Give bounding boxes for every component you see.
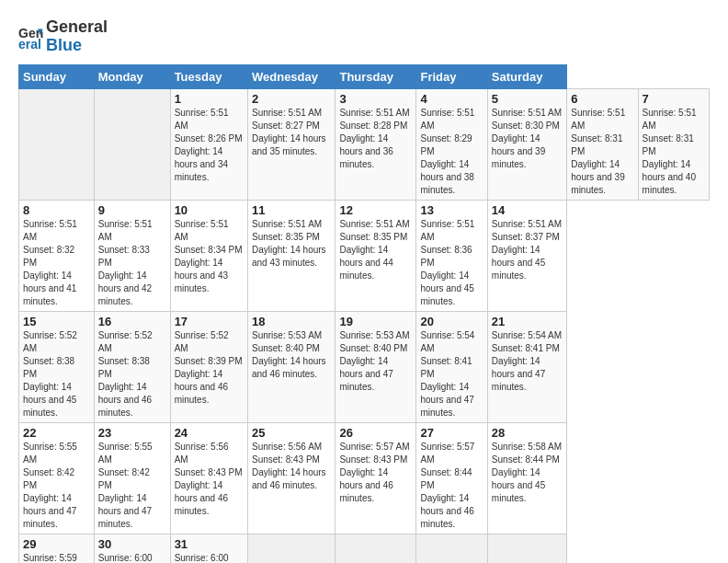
day-cell: 28Sunrise: 5:58 AMSunset: 8:44 PMDayligh…: [487, 422, 566, 534]
day-cell: 17Sunrise: 5:52 AMSunset: 8:39 PMDayligh…: [170, 311, 247, 422]
day-cell: 25Sunrise: 5:56 AMSunset: 8:43 PMDayligh…: [247, 422, 335, 534]
day-number: 16: [98, 315, 166, 328]
day-number: 1: [175, 92, 244, 106]
day-info: Sunrise: 5:51 AMSunset: 8:35 PMDaylight:…: [339, 218, 412, 282]
day-number: 24: [175, 426, 244, 440]
empty-day-cell: [247, 534, 335, 563]
day-cell: 26Sunrise: 5:57 AMSunset: 8:43 PMDayligh…: [336, 422, 416, 534]
day-number: 14: [492, 203, 563, 217]
day-info: Sunrise: 5:57 AMSunset: 8:43 PMDaylight:…: [339, 441, 412, 505]
day-number: 18: [252, 315, 331, 328]
day-cell: 7Sunrise: 5:51 AMSunset: 8:31 PMDaylight…: [638, 88, 709, 200]
day-number: 23: [98, 426, 166, 440]
day-info: Sunrise: 5:52 AMSunset: 8:38 PMDaylight:…: [98, 329, 166, 419]
day-info: Sunrise: 5:54 AMSunset: 8:41 PMDaylight:…: [420, 329, 483, 419]
day-info: Sunrise: 5:51 AMSunset: 8:36 PMDaylight:…: [420, 218, 483, 308]
day-number: 17: [175, 315, 244, 328]
day-header-monday: Monday: [94, 64, 170, 88]
day-number: 25: [252, 426, 331, 440]
day-number: 8: [23, 203, 90, 217]
day-cell: 10Sunrise: 5:51 AMSunset: 8:34 PMDayligh…: [170, 200, 247, 311]
svg-text:eral: eral: [18, 36, 41, 49]
day-info: Sunrise: 5:51 AMSunset: 8:26 PMDaylight:…: [175, 107, 244, 184]
day-cell: 4Sunrise: 5:51 AMSunset: 8:29 PMDaylight…: [416, 88, 487, 200]
day-header-tuesday: Tuesday: [170, 64, 247, 88]
day-info: Sunrise: 5:51 AMSunset: 8:33 PMDaylight:…: [98, 218, 166, 308]
day-header-thursday: Thursday: [336, 64, 416, 88]
day-info: Sunrise: 5:51 AMSunset: 8:35 PMDaylight:…: [252, 218, 331, 270]
day-cell: 16Sunrise: 5:52 AMSunset: 8:38 PMDayligh…: [94, 311, 170, 422]
day-number: 4: [420, 92, 483, 106]
day-number: 21: [492, 315, 563, 328]
day-cell: 14Sunrise: 5:51 AMSunset: 8:37 PMDayligh…: [487, 200, 566, 311]
day-info: Sunrise: 5:56 AMSunset: 8:43 PMDaylight:…: [175, 441, 244, 518]
day-cell: 5Sunrise: 5:51 AMSunset: 8:30 PMDaylight…: [487, 88, 566, 200]
day-number: 22: [23, 426, 90, 440]
day-cell: 15Sunrise: 5:52 AMSunset: 8:38 PMDayligh…: [19, 311, 95, 422]
day-info: Sunrise: 5:51 AMSunset: 8:31 PMDaylight:…: [571, 107, 633, 197]
day-number: 10: [175, 203, 244, 217]
day-info: Sunrise: 5:54 AMSunset: 8:41 PMDaylight:…: [492, 329, 563, 394]
calendar-week-row: 15Sunrise: 5:52 AMSunset: 8:38 PMDayligh…: [19, 311, 710, 422]
day-cell: 27Sunrise: 5:57 AMSunset: 8:44 PMDayligh…: [416, 422, 487, 534]
day-number: 26: [339, 426, 412, 440]
header: Gen eral General Blue: [18, 15, 710, 55]
day-info: Sunrise: 5:52 AMSunset: 8:39 PMDaylight:…: [175, 329, 244, 407]
day-info: Sunrise: 5:51 AMSunset: 8:31 PMDaylight:…: [643, 107, 705, 197]
calendar-header-row: SundayMondayTuesdayWednesdayThursdayFrid…: [19, 64, 710, 88]
day-info: Sunrise: 5:51 AMSunset: 8:28 PMDaylight:…: [339, 107, 412, 171]
day-number: 6: [571, 92, 633, 106]
day-cell: 11Sunrise: 5:51 AMSunset: 8:35 PMDayligh…: [247, 200, 335, 311]
day-info: Sunrise: 5:51 AMSunset: 8:29 PMDaylight:…: [420, 107, 483, 197]
day-info: Sunrise: 5:56 AMSunset: 8:43 PMDaylight:…: [252, 441, 331, 492]
day-number: 15: [23, 315, 90, 328]
calendar-week-row: 22Sunrise: 5:55 AMSunset: 8:42 PMDayligh…: [19, 422, 710, 534]
day-number: 2: [252, 92, 331, 106]
day-cell: 23Sunrise: 5:55 AMSunset: 8:42 PMDayligh…: [94, 422, 170, 534]
day-info: Sunrise: 6:00 AMSunset: 8:45 PMDaylight:…: [175, 552, 244, 563]
day-header-wednesday: Wednesday: [247, 64, 335, 88]
day-cell: 29Sunrise: 5:59 AMSunset: 8:44 PMDayligh…: [19, 534, 95, 563]
day-number: 11: [252, 203, 331, 217]
day-info: Sunrise: 5:51 AMSunset: 8:27 PMDaylight:…: [252, 107, 331, 158]
day-cell: 6Sunrise: 5:51 AMSunset: 8:31 PMDaylight…: [567, 88, 638, 200]
day-info: Sunrise: 5:57 AMSunset: 8:44 PMDaylight:…: [420, 441, 483, 531]
day-info: Sunrise: 5:52 AMSunset: 8:38 PMDaylight:…: [23, 329, 90, 419]
day-number: 13: [420, 203, 483, 217]
day-info: Sunrise: 5:51 AMSunset: 8:30 PMDaylight:…: [492, 107, 563, 171]
day-info: Sunrise: 5:51 AMSunset: 8:37 PMDaylight:…: [492, 218, 563, 282]
day-number: 27: [420, 426, 483, 440]
day-cell: 2Sunrise: 5:51 AMSunset: 8:27 PMDaylight…: [247, 88, 335, 200]
day-number: 31: [175, 537, 244, 551]
day-cell: 3Sunrise: 5:51 AMSunset: 8:28 PMDaylight…: [336, 88, 416, 200]
day-cell: 21Sunrise: 5:54 AMSunset: 8:41 PMDayligh…: [487, 311, 566, 422]
day-info: Sunrise: 5:59 AMSunset: 8:44 PMDaylight:…: [23, 552, 90, 563]
calendar-week-row: 29Sunrise: 5:59 AMSunset: 8:44 PMDayligh…: [19, 534, 710, 563]
day-number: 28: [492, 426, 563, 440]
day-number: 20: [420, 315, 483, 328]
calendar-week-row: 8Sunrise: 5:51 AMSunset: 8:32 PMDaylight…: [19, 200, 710, 311]
day-header-saturday: Saturday: [487, 64, 566, 88]
day-cell: 30Sunrise: 6:00 AMSunset: 8:44 PMDayligh…: [94, 534, 170, 563]
empty-day-cell: [19, 88, 95, 200]
day-cell: 13Sunrise: 5:51 AMSunset: 8:36 PMDayligh…: [416, 200, 487, 311]
day-number: 30: [98, 537, 166, 551]
day-header-friday: Friday: [416, 64, 487, 88]
logo: Gen eral General Blue: [18, 18, 108, 55]
day-info: Sunrise: 6:00 AMSunset: 8:44 PMDaylight:…: [98, 552, 166, 563]
day-info: Sunrise: 5:51 AMSunset: 8:34 PMDaylight:…: [175, 218, 244, 295]
day-info: Sunrise: 5:53 AMSunset: 8:40 PMDaylight:…: [339, 329, 412, 394]
day-cell: 9Sunrise: 5:51 AMSunset: 8:33 PMDaylight…: [94, 200, 170, 311]
day-cell: 8Sunrise: 5:51 AMSunset: 8:32 PMDaylight…: [19, 200, 95, 311]
logo-text: General Blue: [46, 18, 108, 55]
empty-day-cell: [94, 88, 170, 200]
day-number: 9: [98, 203, 166, 217]
page: Gen eral General Blue SundayMondayTuesda…: [0, 0, 728, 563]
logo-icon: Gen eral: [18, 24, 44, 50]
calendar-week-row: 1Sunrise: 5:51 AMSunset: 8:26 PMDaylight…: [19, 88, 710, 200]
empty-day-cell: [416, 534, 487, 563]
day-number: 19: [339, 315, 412, 328]
day-number: 29: [23, 537, 90, 551]
day-cell: 22Sunrise: 5:55 AMSunset: 8:42 PMDayligh…: [19, 422, 95, 534]
empty-day-cell: [336, 534, 416, 563]
